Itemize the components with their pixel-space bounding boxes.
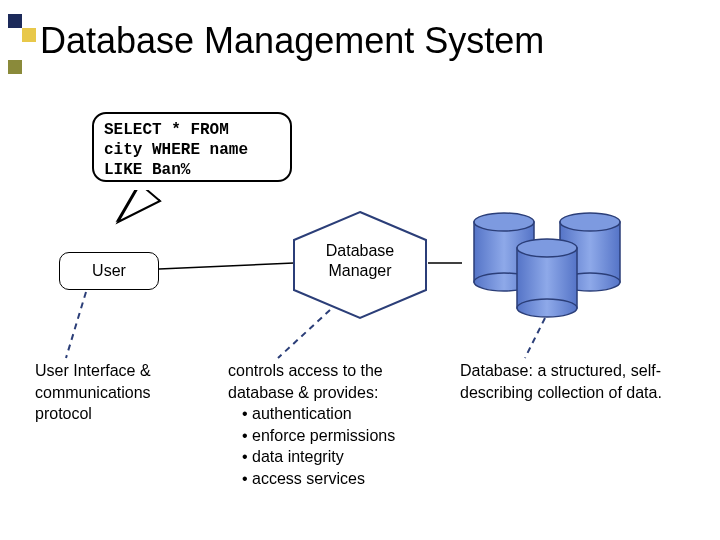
svg-point-8	[517, 299, 577, 317]
database-cylinders	[460, 208, 640, 328]
db-manager-line2: Manager	[310, 261, 410, 281]
deco-square	[22, 28, 36, 42]
db-manager-desc-lead: controls access to the database & provid…	[228, 360, 438, 403]
deco-square	[8, 60, 22, 74]
user-description: User Interface & communications protocol	[35, 360, 205, 425]
db-manager-label: Database Manager	[310, 241, 410, 281]
svg-point-3	[474, 213, 534, 231]
db-manager-description: controls access to the database & provid…	[228, 360, 438, 490]
db-manager-desc-list: authentication enforce permissions data …	[228, 403, 438, 489]
list-item: access services	[242, 468, 438, 490]
list-item: data integrity	[242, 446, 438, 468]
svg-marker-10	[118, 184, 160, 222]
title-decoration	[8, 14, 42, 74]
svg-point-9	[517, 239, 577, 257]
db-manager-line1: Database	[310, 241, 410, 261]
list-item: enforce permissions	[242, 425, 438, 447]
user-node: User	[59, 252, 159, 290]
svg-line-12	[159, 263, 294, 269]
svg-line-14	[66, 292, 86, 358]
user-label: User	[92, 262, 126, 280]
list-item: authentication	[242, 403, 438, 425]
sql-speech-bubble: SELECT * FROM city WHERE name LIKE Ban%	[92, 112, 292, 182]
page-title: Database Management System	[40, 20, 544, 62]
database-description: Database: a structured, self-describing …	[460, 360, 685, 403]
deco-square	[8, 14, 22, 28]
svg-point-6	[560, 213, 620, 231]
